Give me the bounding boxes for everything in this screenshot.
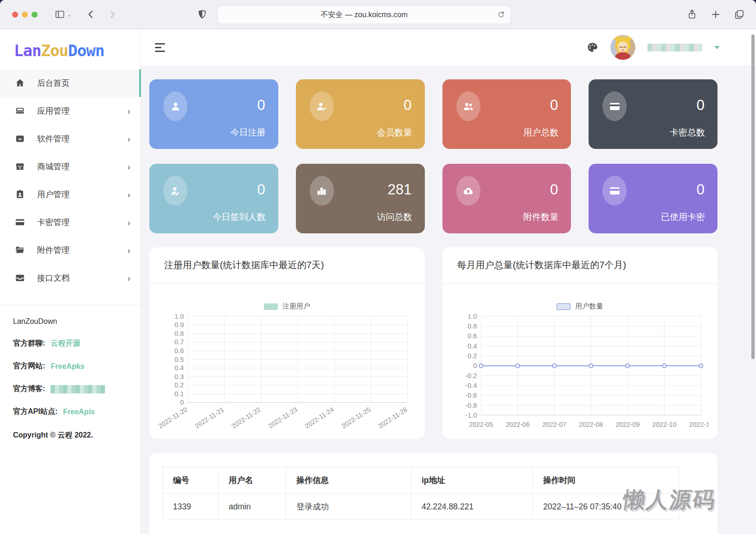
- svg-text:2022-11-20: 2022-11-20: [159, 405, 189, 430]
- sidebar-item-7[interactable]: 附件管理›: [0, 236, 141, 264]
- sidebar-footer-row: 官方博客:: [13, 384, 128, 394]
- stat-icon-circle: [602, 91, 627, 121]
- sidebar-item-label: 接口文档: [37, 272, 70, 283]
- svg-text:-0.4: -0.4: [465, 382, 477, 389]
- table-header-cell: ip地址: [411, 467, 533, 494]
- sidebar-item-label: 卡密管理: [37, 217, 70, 228]
- sidebar-footer-row: 官方API站点:FreeApis: [13, 407, 128, 417]
- svg-text:0.2: 0.2: [174, 381, 184, 389]
- sidebar: LanZouDown 后台首页应用管理›∞软件管理›G商城管理›用户管理›卡密管…: [0, 29, 141, 534]
- table-cell: 1339: [163, 494, 218, 520]
- svg-text:2022-11-23: 2022-11-23: [267, 405, 299, 430]
- stat-label: 卡密总数: [670, 127, 705, 139]
- copyright-text: Copyright © 云程 2022.: [13, 431, 128, 440]
- stat-label: 会员数量: [377, 127, 412, 139]
- table-cell: 登录成功: [286, 494, 411, 520]
- svg-text:0.6: 0.6: [467, 332, 476, 340]
- zoom-window-button[interactable]: [32, 12, 38, 18]
- traffic-lights: [12, 12, 38, 18]
- svg-text:0.1: 0.1: [174, 390, 184, 398]
- sidebar-item-label: 软件管理: [37, 133, 70, 144]
- svg-text:2022-07: 2022-07: [542, 421, 566, 428]
- table-cell: admin: [218, 494, 286, 520]
- svg-text:0.7: 0.7: [174, 338, 184, 346]
- sidebar-item-1[interactable]: 后台首页: [0, 69, 141, 97]
- footer-label: 官方API站点:: [13, 407, 58, 417]
- svg-text:-0.2: -0.2: [465, 372, 477, 380]
- stat-icon-circle: [456, 91, 481, 121]
- svg-text:0.2: 0.2: [467, 352, 476, 360]
- new-tab-icon[interactable]: [710, 9, 721, 20]
- address-bar[interactable]: 不安全 — zou.koicms.com: [217, 6, 511, 24]
- sidebar-item-8[interactable]: 接口文档›: [0, 264, 141, 292]
- bar-chart-icon: [315, 185, 328, 197]
- shield-icon[interactable]: [197, 9, 208, 20]
- tab-overview-icon[interactable]: [734, 9, 745, 20]
- sidebar-footer: LanZouDown 官方群聊:云程开源官方网站:FreeApks官方博客:官方…: [0, 305, 141, 452]
- redacted-link[interactable]: [51, 385, 105, 393]
- menu-toggle-button[interactable]: [155, 43, 165, 52]
- stat-value: 0: [550, 181, 558, 198]
- credit-card-icon: [609, 100, 621, 113]
- stat-icon-circle: [163, 91, 187, 121]
- app-logo[interactable]: LanZouDown: [0, 29, 141, 63]
- stat-icon-circle: [163, 176, 187, 206]
- svg-text:-0.8: -0.8: [465, 402, 477, 409]
- svg-text:0.3: 0.3: [174, 373, 184, 380]
- sidebar-item-6[interactable]: 卡密管理›: [0, 208, 141, 236]
- svg-text:0.4: 0.4: [467, 342, 476, 350]
- sidebar-item-2[interactable]: 应用管理›: [0, 97, 141, 125]
- minimize-window-button[interactable]: [22, 12, 28, 18]
- person-edit-icon: [169, 185, 182, 197]
- legend-label: 注册用户: [282, 302, 310, 311]
- browser-sidebar-toggle-icon[interactable]: [54, 9, 65, 20]
- users-icon: [15, 189, 25, 199]
- sidebar-item-label: 商城管理: [37, 161, 70, 172]
- stat-value: 0: [697, 97, 705, 114]
- stat-card-6: 281访问总数: [296, 164, 425, 233]
- table-cell: 2022–11–26 07:35:40: [533, 494, 679, 520]
- chart-panel-daily-registrations: 注册用户数量(统计数据库中最近的7天) 注册用户 1.00.90.80.70.6…: [149, 247, 425, 439]
- sidebar-item-3[interactable]: ∞软件管理›: [0, 125, 141, 153]
- svg-text:0: 0: [473, 362, 477, 369]
- forward-button[interactable]: [107, 9, 118, 20]
- sidebar-item-label: 用户管理: [37, 189, 70, 200]
- chart-title: 注册用户数量(统计数据库中最近的7天): [149, 247, 425, 283]
- footer-label: 官方网站:: [13, 361, 45, 371]
- close-window-button[interactable]: [12, 12, 18, 18]
- footer-link[interactable]: FreeApis: [63, 408, 95, 416]
- dashboard-content: 0今日注册0会员数量0用户总数0卡密总数0今日签到人数281访问总数0附件数量0…: [141, 65, 756, 534]
- stat-label: 今日注册: [231, 127, 266, 139]
- legend-swatch: [264, 303, 278, 310]
- table-header-cell: 用户名: [218, 467, 286, 494]
- browser-window: ⌄ 不安全 — zou.koicms.com LanZouDown 后台首页应用…: [0, 0, 756, 534]
- back-button[interactable]: [85, 9, 96, 20]
- folder-icon: [15, 245, 25, 255]
- avatar[interactable]: [610, 35, 635, 60]
- stat-value: 281: [388, 181, 412, 198]
- sidebar-item-4[interactable]: G商城管理›: [0, 153, 141, 180]
- sidebar-item-label: 应用管理: [37, 105, 70, 116]
- username-redacted[interactable]: [647, 44, 702, 51]
- table-row: 1339admin登录成功42.224.88.2212022–11–26 07:…: [163, 494, 679, 520]
- chart-legend[interactable]: 注册用户: [159, 302, 416, 311]
- share-icon[interactable]: [686, 9, 698, 20]
- chart-legend[interactable]: 用户数量: [452, 302, 709, 311]
- user-dropdown-caret-icon[interactable]: [714, 46, 720, 49]
- svg-text:0.8: 0.8: [467, 322, 476, 330]
- reload-icon[interactable]: [496, 10, 506, 19]
- chevron-down-icon[interactable]: ⌄: [67, 12, 71, 18]
- scrollbar-thumb[interactable]: [751, 34, 755, 359]
- person-icon: [169, 100, 182, 113]
- person-check-icon: [315, 100, 328, 113]
- stat-card-2: 0会员数量: [296, 79, 425, 149]
- footer-link[interactable]: FreeApks: [51, 362, 84, 371]
- stat-value: 0: [257, 181, 265, 198]
- footer-link[interactable]: 云程开源: [51, 339, 80, 348]
- api-icon: [15, 273, 25, 283]
- sidebar-item-5[interactable]: 用户管理›: [0, 180, 141, 208]
- theme-palette-icon[interactable]: [586, 41, 598, 53]
- svg-text:G: G: [19, 167, 21, 169]
- credit-card-icon: [609, 185, 621, 197]
- daily-registrations-chart: 1.00.90.80.70.60.50.40.30.20.102022-11-2…: [159, 313, 416, 434]
